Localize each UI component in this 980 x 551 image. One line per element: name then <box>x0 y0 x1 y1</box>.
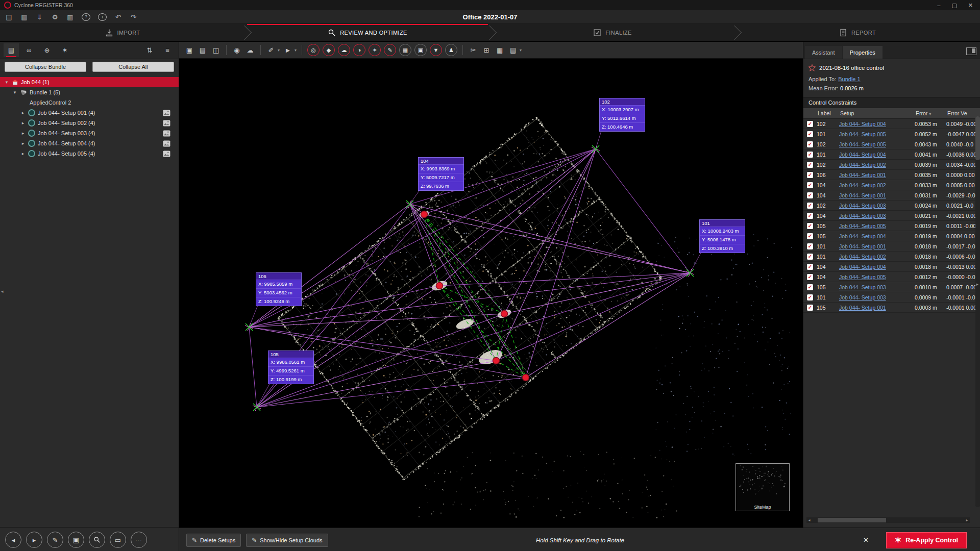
setup-point[interactable] <box>421 211 428 218</box>
person-tool-icon[interactable]: ♟ <box>445 44 457 56</box>
applied-to-link[interactable]: Bundle 1 <box>838 76 860 82</box>
undo-icon[interactable]: ↶ <box>114 13 122 21</box>
constraint-row[interactable]: ✓102Job 044- Setup 0040.0053 m0.0049 -0.… <box>803 119 980 129</box>
constraint-checkbox[interactable]: ✓ <box>807 182 813 188</box>
settings-icon[interactable]: ⚙ <box>51 13 59 21</box>
collapse-right-panel-arrow[interactable]: ▸ <box>976 282 978 287</box>
constraint-checkbox[interactable]: ✓ <box>807 192 813 198</box>
open-icon[interactable]: ▤ <box>5 13 13 21</box>
collapse-bundle-button[interactable]: Collapse Bundle <box>5 62 86 72</box>
info-icon[interactable]: i <box>98 13 107 21</box>
constraint-setup-link[interactable]: Job 044- Setup 001 <box>839 172 915 178</box>
constraints-section-header[interactable]: Control Constraints <box>803 97 980 108</box>
constraint-checkbox[interactable]: ✓ <box>807 131 813 137</box>
pen-tool-icon[interactable]: ✎ <box>384 44 396 56</box>
constraint-checkbox[interactable]: ✓ <box>807 243 813 249</box>
constraint-setup-link[interactable]: Job 044- Setup 003 <box>839 294 915 300</box>
constraint-checkbox[interactable]: ✓ <box>807 172 813 178</box>
workflow-tab-review-and-optimize[interactable]: REVIEW AND OPTIMIZE <box>245 24 490 41</box>
constraint-setup-link[interactable]: Job 044- Setup 002 <box>839 162 915 168</box>
setup-images-icon[interactable] <box>163 151 170 157</box>
constraint-setup-link[interactable]: Job 044- Setup 005 <box>839 141 915 147</box>
split-tool-icon[interactable]: ✂ <box>468 44 478 56</box>
workflow-tab-import[interactable]: IMPORT <box>0 24 245 41</box>
constraint-setup-link[interactable]: Job 044- Setup 003 <box>839 284 915 290</box>
setup-point[interactable] <box>436 283 443 289</box>
sitemap-overview[interactable]: SiteMap <box>736 463 790 511</box>
control-point-label-104[interactable]: 104X: 9993.8369 mY: 5009.7217 mZ: 99.763… <box>418 157 464 191</box>
col-error[interactable]: Error▾ <box>915 110 946 116</box>
help-icon[interactable]: ? <box>82 13 90 21</box>
setup-point[interactable] <box>493 358 500 364</box>
vertical-scrollbar[interactable] <box>975 116 980 507</box>
constraint-row[interactable]: ✓102Job 044- Setup 0020.0039 m0.0034 -0.… <box>803 160 980 170</box>
redo-icon[interactable]: ↷ <box>130 13 137 21</box>
constraint-row[interactable]: ✓104Job 044- Setup 0030.0021 m-0.0021 0.… <box>803 211 980 221</box>
cloud-tool-icon[interactable]: ☁ <box>338 44 350 56</box>
constraint-checkbox[interactable]: ✓ <box>807 162 813 168</box>
tab-assistant[interactable]: Assistant <box>805 46 842 59</box>
constraint-setup-link[interactable]: Job 044- Setup 004 <box>839 233 915 239</box>
tree-item-bundle[interactable]: ▾ Bundle 1 (5) <box>0 87 179 97</box>
constraint-row[interactable]: ✓105Job 044- Setup 0050.0019 m0.0011 -0.… <box>803 221 980 231</box>
label-button[interactable]: ▭ <box>110 532 126 548</box>
horizontal-scrollbar[interactable]: ◂ ▸ <box>806 517 970 523</box>
constraint-setup-link[interactable]: Job 044- Setup 003 <box>839 203 915 209</box>
constraint-setup-link[interactable]: Job 044- Setup 005 <box>839 274 915 280</box>
layout-view-icon[interactable]: ▤ <box>508 44 518 56</box>
tab-control[interactable]: ✶ <box>57 43 72 57</box>
control-point-label-101[interactable]: 101X: 10008.2403 mY: 5006.1478 mZ: 100.3… <box>699 219 745 253</box>
edit-button[interactable]: ✎ <box>47 532 63 548</box>
constraint-checkbox[interactable]: ✓ <box>807 213 813 219</box>
caret-down-icon[interactable]: ▾ <box>4 80 9 85</box>
nav-back-button[interactable]: ◂ <box>5 532 21 548</box>
camera-tool-icon[interactable]: ▣ <box>414 44 427 56</box>
constraint-row[interactable]: ✓101Job 044- Setup 0050.0052 m-0.0047 0.… <box>803 129 980 139</box>
visibility-icon[interactable]: ◉ <box>232 44 242 56</box>
constraint-row[interactable]: ✓104Job 044- Setup 0050.0012 m-0.0000 -0… <box>803 272 980 282</box>
scrollbar-thumb[interactable] <box>818 518 886 522</box>
caret-down-icon[interactable]: ▾ <box>278 48 280 53</box>
setup-images-icon[interactable] <box>163 130 170 137</box>
expand-tool-icon[interactable]: ⊞ <box>481 44 492 56</box>
constraint-checkbox[interactable]: ✓ <box>807 274 813 280</box>
control-point-label-106[interactable]: 106X: 9985.5859 mY: 5003.4562 mZ: 100.92… <box>256 272 302 306</box>
panel-layout-icon[interactable] <box>966 47 976 55</box>
constraint-row[interactable]: ✓106Job 044- Setup 0010.0035 m0.0000 0.0… <box>803 170 980 180</box>
tab-properties[interactable]: Properties <box>843 46 883 59</box>
import-icon[interactable]: ⇓ <box>36 13 43 21</box>
constraint-setup-link[interactable]: Job 044- Setup 001 <box>839 192 915 198</box>
search-button[interactable] <box>89 532 105 548</box>
list-options-button[interactable]: ≡ <box>160 43 175 57</box>
target-tool-icon[interactable]: ◎ <box>307 44 320 56</box>
tree-item-setup[interactable]: ▸Job 044- Setup 001 (4) <box>0 108 179 118</box>
more-button[interactable]: ··· <box>131 532 147 548</box>
zoom-window-icon[interactable]: ◫ <box>211 44 221 56</box>
dismiss-bar-button[interactable]: ✕ <box>860 536 872 544</box>
workflow-tab-finalize[interactable]: FINALIZE <box>490 24 735 41</box>
workflow-tab-report[interactable]: REPORT <box>735 24 980 41</box>
setup-images-icon[interactable] <box>163 110 170 116</box>
scrollbar-thumb[interactable] <box>975 116 980 160</box>
viewport[interactable]: SiteMap 102X: 10003.2907 mY: 5012.6614 m… <box>179 59 803 528</box>
tab-project-tree[interactable]: ▤ <box>4 43 19 57</box>
constraint-checkbox[interactable]: ✓ <box>807 203 813 209</box>
save-icon[interactable]: ▦ <box>20 13 28 21</box>
setup-point[interactable] <box>501 311 508 317</box>
constraint-row[interactable]: ✓105Job 044- Setup 0010.0003 m-0.0001 0.… <box>803 303 980 313</box>
constraint-checkbox[interactable]: ✓ <box>807 223 813 229</box>
caret-down-icon[interactable]: ▾ <box>520 48 522 53</box>
star-tool-icon[interactable]: ✶ <box>369 44 381 56</box>
tree-item-setup[interactable]: ▸Job 044- Setup 005 (4) <box>0 148 179 159</box>
constraint-setup-link[interactable]: Job 044- Setup 005 <box>839 131 915 137</box>
collapse-all-button[interactable]: Collapse All <box>92 62 174 72</box>
col-setup[interactable]: Setup <box>839 110 915 116</box>
constraint-setup-link[interactable]: Job 044- Setup 001 <box>839 243 915 249</box>
tag-tool-icon[interactable]: ◆ <box>323 44 335 56</box>
tab-links[interactable]: ∞ <box>21 43 37 57</box>
constraint-row[interactable]: ✓105Job 044- Setup 0030.0010 m0.0007 -0.… <box>803 282 980 292</box>
tree-item-job[interactable]: ▾ Job 044 (1) <box>0 77 179 87</box>
constraint-setup-link[interactable]: Job 044- Setup 002 <box>839 254 915 260</box>
report-grid-icon[interactable]: ▥ <box>66 13 74 21</box>
constraint-setup-link[interactable]: Job 044- Setup 003 <box>839 213 915 219</box>
